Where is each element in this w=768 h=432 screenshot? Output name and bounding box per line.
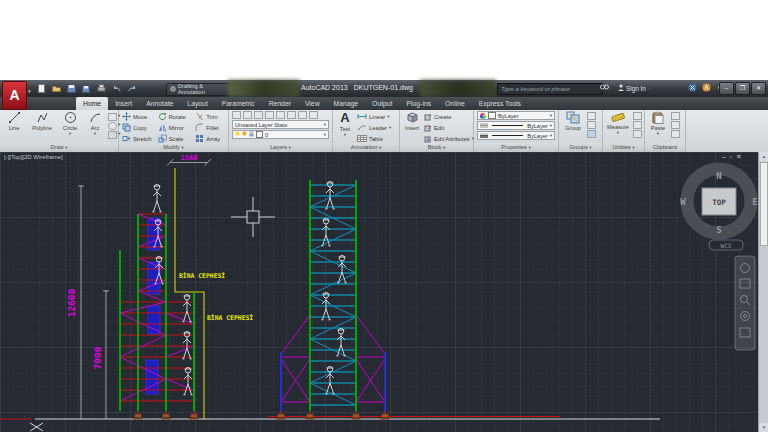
scrollbar-thumb[interactable]: [760, 162, 768, 246]
mirror-button[interactable]: Mirror: [158, 122, 196, 133]
new-file-icon[interactable]: [36, 83, 47, 94]
copy-clip-icon[interactable]: [671, 121, 680, 129]
scaffold-side-view[interactable]: [120, 185, 199, 420]
ungroup-icon[interactable]: [587, 112, 596, 120]
layer-freeze-icon[interactable]: [276, 111, 285, 119]
scaffold-front-view[interactable]: [277, 180, 390, 419]
ribbon-tab-annotate[interactable]: Annotate: [139, 97, 180, 110]
create-block-button[interactable]: Create: [424, 111, 474, 122]
panel-title-properties[interactable]: Properties ▾: [474, 143, 558, 152]
exchange-apps-icon[interactable]: [688, 83, 697, 93]
restore-button[interactable]: ❐: [735, 82, 750, 95]
panel-title-block[interactable]: Block ▾: [400, 143, 473, 152]
polyline-button[interactable]: Polyline: [29, 111, 55, 144]
viewcube-north[interactable]: N: [716, 171, 721, 181]
move-button[interactable]: Move: [122, 111, 158, 122]
layer-prev-icon[interactable]: [254, 111, 263, 119]
group-selection-icon[interactable]: [587, 130, 596, 138]
viewcube-south[interactable]: S: [716, 225, 721, 235]
sign-in-button[interactable]: Sign In ▾: [618, 84, 650, 92]
search-binoculars-icon[interactable]: [600, 83, 609, 92]
ribbon-tab-plugins[interactable]: Plug-ins: [400, 97, 439, 110]
ribbon-tab-layout[interactable]: Layout: [180, 97, 214, 110]
ribbon-tab-manage[interactable]: Manage: [327, 97, 366, 110]
line-button[interactable]: Line: [2, 111, 26, 144]
viewport-controls[interactable]: [-][Top][2D Wireframe]: [4, 154, 63, 160]
quick-calc-icon[interactable]: [633, 121, 642, 129]
help-search-input[interactable]: Type a keyword or phrase: [497, 83, 603, 95]
layer-unlock-icon[interactable]: [309, 111, 318, 119]
vertical-scrollbar[interactable]: ▲ ▼: [758, 152, 768, 432]
viewcube-west[interactable]: W: [680, 197, 686, 207]
open-file-icon[interactable]: [51, 83, 62, 94]
layer-match-icon[interactable]: [243, 111, 252, 119]
insert-block-button[interactable]: Insert: [402, 111, 422, 144]
dimension-partial-height[interactable]: 7000: [92, 290, 109, 419]
minimize-button[interactable]: –: [719, 82, 734, 95]
leader-button[interactable]: Leader▾: [357, 122, 391, 133]
ribbon-tab-parametric[interactable]: Parametric: [215, 97, 262, 110]
ground-line[interactable]: [0, 417, 660, 420]
communication-center-icon[interactable]: [702, 83, 711, 93]
group-button[interactable]: Group: [561, 111, 585, 144]
layer-properties-icon[interactable]: [232, 111, 241, 119]
viewcube[interactable]: N S W E TOP: [680, 169, 757, 235]
linear-dimension-button[interactable]: Linear▾: [357, 111, 391, 122]
ribbon-tab-output[interactable]: Output: [365, 97, 399, 110]
trim-button[interactable]: Trim: [195, 111, 225, 122]
circle-button[interactable]: Circle ▾: [58, 111, 82, 144]
panel-title-annotation[interactable]: Annotation ▾: [333, 143, 399, 152]
save-icon[interactable]: [66, 83, 77, 94]
ribbon-tab-online[interactable]: Online: [438, 97, 472, 110]
panel-title-layers[interactable]: Layers ▾: [229, 143, 332, 152]
id-point-icon[interactable]: [633, 130, 642, 138]
facade-line[interactable]: BİNA CEPHESİ BİNA CEPHESİ: [175, 168, 253, 419]
rotate-button[interactable]: Rotate: [158, 111, 196, 122]
lineweight-dropdown[interactable]: ByLayer▾: [477, 131, 555, 140]
ribbon-tab-home[interactable]: Home: [76, 97, 108, 110]
dimension-total-height[interactable]: 12600: [66, 185, 84, 419]
doc-minimize-icon[interactable]: –: [722, 153, 726, 161]
measure-button[interactable]: Measure ▾: [605, 111, 631, 144]
paste-button[interactable]: Paste ▾: [647, 111, 669, 144]
drawing-canvas[interactable]: 12600 7000 1560 BİNA CEPHESİ BİNA CEPHES…: [0, 152, 768, 432]
match-properties-icon[interactable]: [671, 130, 680, 138]
panel-title-utilities[interactable]: Utilities ▾: [603, 143, 644, 152]
workspace-switcher[interactable]: Drafting & Annotation ▾: [166, 83, 236, 96]
group-edit-icon[interactable]: [587, 121, 596, 129]
ribbon-tab-express-tools[interactable]: Express Tools: [472, 97, 528, 110]
ribbon-tab-view[interactable]: View: [298, 97, 327, 110]
scroll-up-icon[interactable]: ▲: [759, 152, 768, 161]
scroll-down-icon[interactable]: ▼: [759, 423, 768, 432]
layer-state-dropdown[interactable]: Unsaved Layer State▾: [232, 120, 329, 129]
panel-title-modify[interactable]: Modify ▾: [119, 143, 228, 152]
doc-restore-icon[interactable]: ▫: [730, 153, 732, 161]
doc-close-icon[interactable]: ✕: [736, 153, 741, 161]
save-as-icon[interactable]: [81, 83, 92, 94]
undo-icon[interactable]: [111, 83, 122, 94]
linetype-dropdown[interactable]: ByLayer▾: [477, 121, 555, 130]
ribbon-tab-insert[interactable]: Insert: [108, 97, 139, 110]
layer-lock-icon[interactable]: [298, 111, 307, 119]
dimension-top-width[interactable]: 1560: [167, 154, 211, 166]
viewcube-east[interactable]: E: [752, 197, 757, 207]
application-menu-button[interactable]: A: [2, 81, 27, 110]
panel-title-clipboard[interactable]: Clipboard: [645, 143, 685, 152]
redo-icon[interactable]: [126, 83, 137, 94]
quick-select-icon[interactable]: [633, 112, 642, 120]
wcs-badge[interactable]: WCS: [709, 240, 743, 250]
layer-dropdown[interactable]: 0▾: [232, 130, 329, 139]
layer-isolate-icon[interactable]: [265, 111, 274, 119]
navigation-bar[interactable]: [735, 256, 755, 350]
panel-title-draw[interactable]: Draw ▾: [0, 143, 118, 152]
cut-icon[interactable]: [671, 112, 680, 120]
arc-button[interactable]: Arc ▾: [85, 111, 105, 144]
ribbon-tab-render[interactable]: Render: [262, 97, 298, 110]
copy-button[interactable]: Copy: [122, 122, 158, 133]
object-color-dropdown[interactable]: ByLayer▾: [477, 111, 555, 120]
fillet-button[interactable]: Fillet: [195, 122, 225, 133]
edit-block-button[interactable]: Edit: [424, 122, 474, 133]
panel-title-groups[interactable]: Groups ▾: [559, 143, 602, 152]
plot-icon[interactable]: [96, 83, 107, 94]
text-button[interactable]: A Text ▾: [335, 111, 355, 144]
